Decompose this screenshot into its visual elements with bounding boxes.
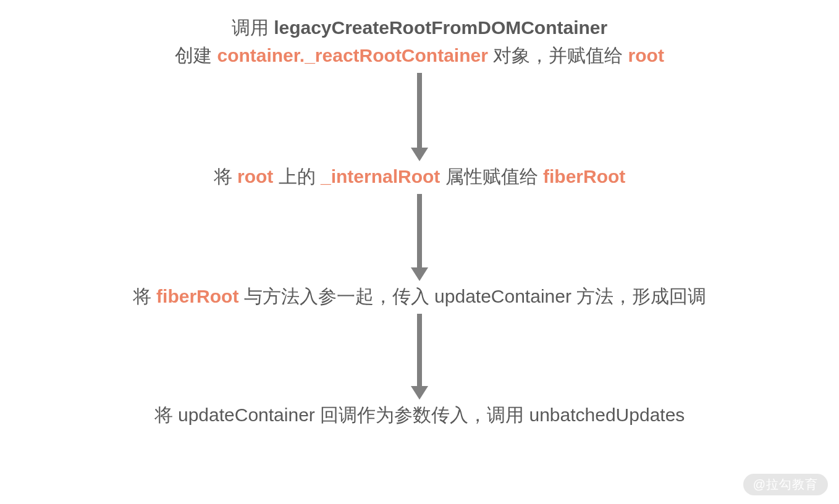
step-2-hl1: root (237, 166, 273, 187)
step-2-hl3: fiberRoot (543, 166, 625, 187)
step-2-mid1: 上的 (273, 166, 321, 187)
step-2-mid2: 属性赋值给 (440, 166, 543, 187)
step-3: 将 fiberRoot 与方法入参一起，传入 updateContainer 方… (133, 282, 707, 310)
arrow-3 (411, 314, 428, 400)
step-1-hl1: container._reactRootContainer (217, 45, 487, 65)
arrow-down-icon (411, 386, 428, 400)
step-1-line1-code: legacyCreateRootFromDOMContainer (274, 17, 607, 38)
step-3-hl1: fiberRoot (156, 286, 238, 306)
step-4-text: 将 updateContainer 回调作为参数传入，调用 unbatchedU… (154, 405, 685, 425)
step-1-line2-mid: 对象，并赋值给 (488, 45, 628, 65)
step-2-prefix: 将 (214, 166, 237, 187)
step-3-rest: 与方法入参一起，传入 updateContainer 方法，形成回调 (238, 286, 706, 306)
step-1-line1: 调用 legacyCreateRootFromDOMContainer (175, 14, 664, 41)
step-4: 将 updateContainer 回调作为参数传入，调用 unbatchedU… (154, 401, 685, 429)
arrow-2-shaft (417, 194, 422, 268)
step-1: 调用 legacyCreateRootFromDOMContainer 创建 c… (175, 14, 664, 69)
arrow-down-icon (411, 267, 428, 281)
step-1-line1-prefix: 调用 (232, 17, 274, 38)
step-2: 将 root 上的 _internalRoot 属性赋值给 fiberRoot (214, 162, 626, 190)
arrow-3-shaft (417, 314, 422, 387)
watermark-badge: @拉勾教育 (743, 474, 828, 495)
step-3-prefix: 将 (133, 286, 156, 306)
step-2-hl2: _internalRoot (321, 166, 440, 187)
arrow-1-shaft (417, 73, 422, 148)
step-1-line2: 创建 container._reactRootContainer 对象，并赋值给… (175, 41, 664, 69)
step-1-line2-prefix: 创建 (175, 45, 217, 65)
arrow-2 (411, 194, 428, 281)
arrow-down-icon (411, 148, 428, 161)
step-1-hl2: root (628, 45, 664, 65)
arrow-1 (411, 73, 428, 161)
